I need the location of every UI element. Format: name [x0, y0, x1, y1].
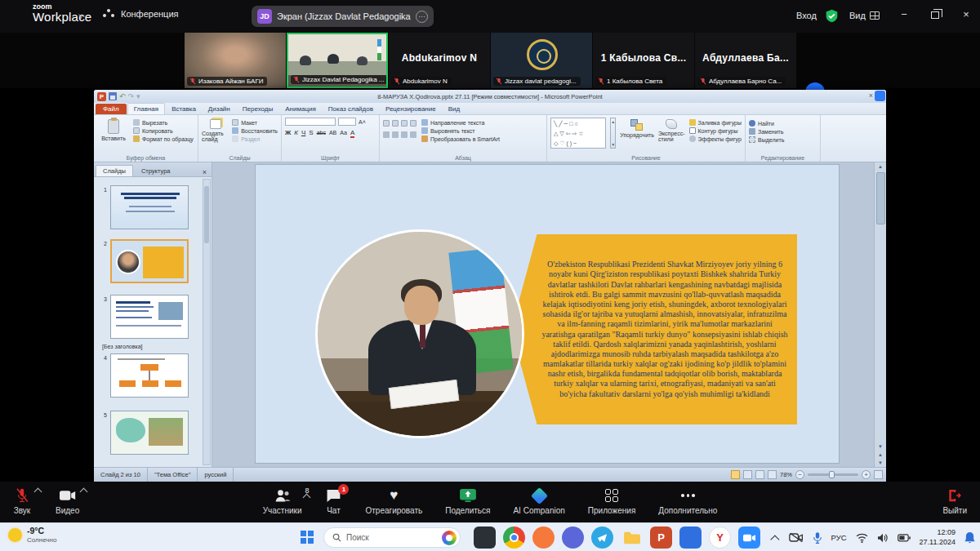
quick-styles-button[interactable]: Экспресс-стили	[658, 118, 685, 153]
strikethrough-button[interactable]: abc	[317, 130, 326, 136]
slide-4-preview[interactable]	[110, 353, 189, 398]
shapes-gallery[interactable]: ╲ ╱ ─ □ ○ △ ▽ ⇦ ⇨ ☆ ◇ ♡ ( ) ~	[550, 118, 606, 149]
tab-review[interactable]: Рецензирование	[380, 104, 442, 114]
shape-fill-button[interactable]: Заливка фигуры	[689, 119, 742, 126]
start-button[interactable]	[301, 531, 314, 544]
ppt-titlebar[interactable]: P ↶ ↷ ▾ 8-МАРУЗА X.Qodirova.pptx 27.11 […	[94, 90, 886, 103]
slide-thumbnail-3[interactable]: 3	[100, 295, 189, 339]
slide-text-shape[interactable]: O'zbekiston Respublikasi Prezidenti Shav…	[511, 234, 797, 424]
speaker-icon[interactable]	[877, 533, 889, 543]
font-color-button[interactable]: А	[350, 129, 354, 138]
font-name-select[interactable]	[285, 118, 336, 126]
change-case-button[interactable]: Аа	[340, 130, 347, 136]
tab-transitions[interactable]: Переходы	[237, 104, 279, 114]
app-orange-icon[interactable]	[532, 527, 555, 549]
text-direction-button[interactable]: Направление текста	[421, 119, 500, 126]
participant-tile[interactable]: Jizzax davlat pedagogi...	[491, 33, 592, 88]
language-indicator[interactable]: русский	[198, 468, 234, 482]
tab-meeting[interactable]: Конференция	[103, 9, 178, 19]
line-spacing-icon[interactable]	[410, 120, 416, 127]
more-button[interactable]: Дополнительно	[658, 487, 717, 515]
italic-button[interactable]: К	[294, 129, 298, 136]
fit-to-window-button[interactable]	[874, 470, 883, 479]
ppt-close-icon[interactable]: ×	[869, 91, 873, 100]
grow-font-button[interactable]: A˄	[359, 119, 366, 125]
participants-button[interactable]: 8 Участники	[263, 487, 302, 515]
notification-bell-icon[interactable]	[964, 531, 975, 544]
char-spacing-button[interactable]: АВ	[329, 130, 336, 136]
overlay-blue-icon[interactable]	[875, 91, 885, 101]
slideshow-view-button[interactable]	[768, 470, 777, 479]
slide-1-preview[interactable]	[110, 185, 189, 229]
align-left-icon[interactable]	[383, 131, 390, 138]
arrange-button[interactable]: Упорядочить	[620, 118, 654, 153]
smartart-button[interactable]: Преобразовать в SmartArt	[421, 136, 500, 142]
paste-button[interactable]: Вставить	[97, 118, 130, 153]
weather-widget[interactable]: -9°C Солнечно	[8, 527, 56, 544]
tab-design[interactable]: Дизайн	[203, 104, 236, 114]
zoom-slider[interactable]	[808, 473, 858, 476]
restore-button[interactable]	[931, 11, 939, 19]
powerpoint-taskbar-icon[interactable]: P	[650, 527, 672, 549]
next-slide-icon[interactable]: ▼	[878, 459, 883, 467]
slide-thumbnail-2-selected[interactable]: 2	[100, 239, 189, 283]
copy-button[interactable]: Копировать	[133, 127, 194, 134]
slide-thumbnail-5[interactable]: 5	[100, 411, 189, 455]
president-photo[interactable]	[318, 232, 522, 436]
tab-screen-share[interactable]: JD Экран (Jizzax Davlat Pedagogika ⋯	[252, 6, 434, 27]
tab-animations[interactable]: Анимация	[279, 104, 322, 114]
tab-slideshow[interactable]: Показ слайдов	[323, 104, 379, 114]
language-indicator[interactable]: РУС	[831, 533, 847, 542]
reading-view-button[interactable]	[755, 470, 764, 479]
layout-button[interactable]: Макет	[232, 119, 278, 126]
select-button[interactable]: Выделить	[749, 136, 817, 143]
tab-view[interactable]: Вид	[443, 104, 466, 114]
tab-file[interactable]: Файл	[96, 104, 127, 114]
align-text-button[interactable]: Выровнять текст	[421, 127, 500, 134]
justify-icon[interactable]	[410, 131, 416, 138]
battery-icon[interactable]	[898, 534, 911, 542]
tab-home[interactable]: Главная	[127, 103, 165, 114]
cut-button[interactable]: Вырезать	[133, 119, 194, 126]
minimize-button[interactable]: −	[892, 8, 916, 20]
chat-button[interactable]: 1 Чат	[324, 487, 342, 515]
participant-tile[interactable]: 1 Кабылова Св... 1 Кабылова Света	[593, 33, 694, 88]
bold-button[interactable]: Ж	[285, 129, 291, 136]
indent-icon[interactable]	[401, 120, 408, 127]
tab-more-icon[interactable]: ⋯	[416, 11, 428, 23]
tab-insert[interactable]: Вставка	[166, 104, 202, 114]
zoom-slider-thumb[interactable]	[829, 471, 835, 478]
slide-2-preview[interactable]	[110, 239, 189, 283]
slide-sorter-view-button[interactable]	[743, 470, 752, 479]
slide-canvas[interactable]: O'zbekiston Respublikasi Prezidenti Shav…	[255, 164, 840, 464]
signin-button[interactable]: Вход	[796, 11, 817, 20]
mic-tray-icon[interactable]	[813, 531, 822, 544]
participant-tile-active-speaker[interactable]: Jizzax Davlat Pedagogika ...	[287, 33, 388, 88]
slide-vertical-scrollbar[interactable]: ▲ ▼ ▲ ▼	[874, 162, 886, 467]
slide-5-preview[interactable]	[110, 411, 189, 455]
browser-chrome-icon[interactable]	[503, 527, 525, 549]
reset-button[interactable]: Восстановить	[232, 127, 278, 134]
find-button[interactable]: Найти	[749, 120, 817, 127]
close-button[interactable]: ×	[954, 8, 978, 20]
scroll-down-icon[interactable]: ▼	[878, 442, 883, 451]
font-size-select[interactable]	[338, 118, 356, 126]
clock[interactable]: 12:09 27.11.2024	[920, 528, 956, 547]
previous-slide-icon[interactable]: ▲	[878, 451, 883, 459]
format-painter-button[interactable]: Формат по образцу	[133, 136, 194, 142]
shadow-button[interactable]: S	[309, 129, 313, 136]
zoom-app-icon[interactable]	[738, 527, 760, 549]
share-screen-button[interactable]: Поделиться	[445, 487, 490, 515]
normal-view-button[interactable]	[731, 470, 740, 479]
app-violet-icon[interactable]	[562, 527, 584, 549]
participant-tile[interactable]: Изакова Айжан БАГИ	[185, 33, 286, 88]
app-blue-tile-icon[interactable]	[679, 527, 702, 549]
bullets-icon[interactable]	[383, 120, 390, 127]
slide-3-preview[interactable]	[110, 295, 189, 339]
participant-tile[interactable]: Abdukarimov N Abdukarimov N	[389, 33, 490, 88]
view-button[interactable]: Вид	[849, 11, 880, 20]
list-buttons[interactable]	[383, 120, 416, 127]
align-center-icon[interactable]	[392, 131, 399, 138]
shapes-gallery-scroll[interactable]: ▲▼	[610, 118, 616, 149]
security-shield-icon[interactable]	[825, 9, 839, 23]
